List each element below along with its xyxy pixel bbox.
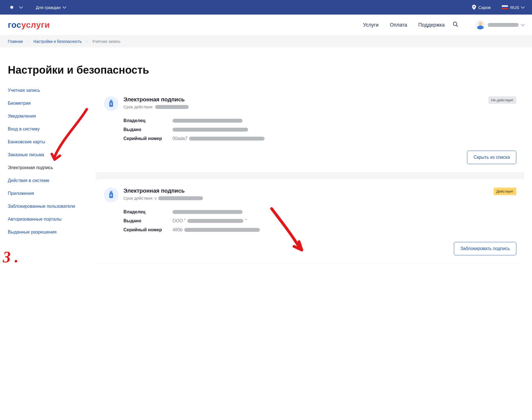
serial-label: Серийный номер <box>123 227 172 232</box>
audience-selector[interactable]: Для граждан <box>36 5 66 10</box>
owner-value <box>172 209 516 214</box>
usb-icon <box>104 188 118 202</box>
serial-label: Серийный номер <box>123 136 172 141</box>
signature-card-0: Электронная подпись Срок действия: Не де… <box>96 88 524 172</box>
nav-payment[interactable]: Оплата <box>390 22 407 28</box>
serial-value: 00ada7 <box>172 136 516 141</box>
validity-label: Срок действия: <box>123 104 189 109</box>
sidebar-item-6[interactable]: Электронная подпись <box>8 165 85 170</box>
avatar <box>475 20 485 30</box>
card-title: Электронная подпись <box>123 188 203 194</box>
city-label: Саров <box>478 5 491 10</box>
usb-icon <box>104 96 118 111</box>
block-button[interactable]: Заблокировать подпись <box>454 242 516 255</box>
sidebar-item-3[interactable]: Вход в систему <box>8 127 85 132</box>
breadcrumb-settings[interactable]: Настройки и безопасность <box>33 39 81 44</box>
search-icon <box>452 21 459 27</box>
sidebar-item-4[interactable]: Банковские карты <box>8 139 85 144</box>
sidebar-item-0[interactable]: Учетная запись <box>8 88 85 93</box>
owner-label: Владелец <box>123 209 172 214</box>
site-logo[interactable]: госуслуги <box>8 20 50 30</box>
language-label: RUS <box>510 5 519 10</box>
sidebar: Учетная записьБиометрияУведомленияВход в… <box>8 88 85 235</box>
hide-button[interactable]: Скрыть из списка <box>467 151 516 164</box>
map-pin-icon <box>472 5 476 10</box>
svg-line-1 <box>456 25 458 27</box>
user-menu[interactable] <box>475 20 524 30</box>
sidebar-item-2[interactable]: Уведомления <box>8 114 85 119</box>
sidebar-item-8[interactable]: Приложения <box>8 191 85 196</box>
serial-value: 480b <box>172 227 516 232</box>
chevron-down-icon[interactable] <box>19 5 23 9</box>
search-button[interactable] <box>452 21 459 29</box>
breadcrumb-current: Учетная запись <box>92 39 121 44</box>
signature-card-1: Электронная подпись Срок действия: с Дей… <box>96 179 524 264</box>
svg-rect-10 <box>110 191 112 193</box>
issued-value: ООО "" <box>172 218 516 223</box>
city-selector[interactable]: Саров <box>472 5 491 10</box>
issued-value <box>172 127 516 132</box>
breadcrumb-home[interactable]: Главная <box>8 39 23 44</box>
nav-support[interactable]: Поддержка <box>418 22 445 28</box>
sidebar-item-1[interactable]: Биометрия <box>8 101 85 106</box>
chevron-down-icon <box>521 5 525 9</box>
svg-rect-4 <box>111 100 112 101</box>
sidebar-item-5[interactable]: Заказные письма <box>8 152 85 157</box>
card-title: Электронная подпись <box>123 96 189 103</box>
issued-label: Выдано <box>123 127 172 132</box>
flag-icon <box>502 5 508 9</box>
svg-point-0 <box>453 22 457 26</box>
status-badge: Не действует <box>488 96 517 104</box>
breadcrumb: Главная → Настройки и безопасность → Уче… <box>0 36 532 47</box>
status-badge: Действует <box>494 188 516 195</box>
page-title: Настройки и безопасность <box>8 64 524 76</box>
user-name-redacted <box>488 23 519 27</box>
owner-label: Владелец <box>123 118 172 123</box>
owner-value <box>172 118 516 123</box>
sidebar-item-10[interactable]: Авторизованные порталы <box>8 217 85 222</box>
annotation-number: 3 . <box>3 249 18 265</box>
svg-rect-3 <box>111 100 111 101</box>
eagle-icon <box>8 3 16 11</box>
validity-label: Срок действия: с <box>123 196 203 200</box>
language-selector[interactable]: RUS <box>502 5 524 10</box>
issued-label: Выдано <box>123 218 172 223</box>
audience-label: Для граждан <box>36 5 61 10</box>
svg-rect-11 <box>111 191 111 192</box>
svg-rect-2 <box>110 100 112 102</box>
sidebar-item-7[interactable]: Действия в системе <box>8 178 85 183</box>
svg-rect-12 <box>111 191 112 192</box>
nav-services[interactable]: Услуги <box>363 22 379 28</box>
sidebar-item-9[interactable]: Заблокированные пользователи <box>8 204 85 209</box>
chevron-down-icon <box>521 22 525 26</box>
chevron-down-icon <box>62 5 66 9</box>
sidebar-item-11[interactable]: Выданные разрешения <box>8 230 85 235</box>
